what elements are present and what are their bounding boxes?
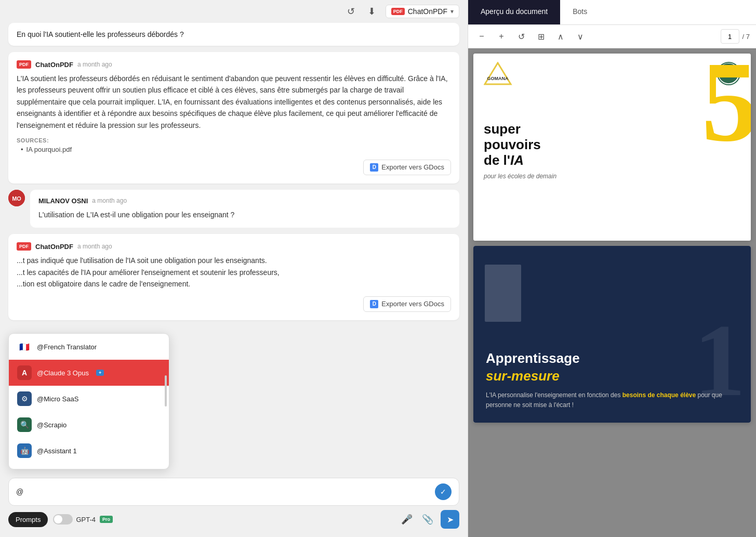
claude-label: @Claude 3 Opus	[37, 369, 89, 377]
pro-badge: Pro	[100, 516, 113, 523]
user-avatar-milanov: MO	[8, 190, 25, 206]
bot-message-1: PDF ChatOnPDF a month ago L'IA soutient …	[8, 52, 459, 184]
bot-avatar-pdf: PDF	[17, 60, 31, 69]
tab-bots[interactable]: Bots	[560, 0, 600, 24]
french-translator-label: @French Translator	[37, 343, 97, 351]
user-message-1: En quoi l'IA soutient-elle les professeu…	[8, 23, 459, 46]
doc-page-1: GOMANA AREZA 5	[473, 54, 751, 241]
bot-avatar-pdf-2: PDF	[17, 242, 31, 251]
export-gdocs-button-1[interactable]: D Exporter vers GDocs	[363, 160, 451, 175]
expand-icon[interactable]: ⊞	[534, 29, 548, 44]
footer-toolbar: Prompts GPT-4 Pro 🎤 📎 ➤	[8, 510, 459, 529]
bot-sender-name: ChatOnPDF	[35, 61, 73, 69]
doc-tabs: Aperçu du document Bots	[468, 0, 756, 25]
input-box: ✓	[8, 478, 459, 506]
user-message-2: MILANOV OSNI a month ago L'utilisation d…	[30, 190, 459, 228]
cover-title: super pouvoirs de l'IA	[484, 122, 740, 168]
assistant1-label: @Assistant 1	[37, 447, 77, 455]
gpt-toggle-switch: GPT-4 Pro	[53, 514, 113, 525]
cover-subtitle: pour les écoles de demain	[484, 173, 740, 180]
gpt-label: GPT-4	[76, 516, 96, 523]
gdocs-icon-2: D	[370, 300, 378, 308]
cover2-desc: L'IA personnalise l'enseignement en fonc…	[486, 390, 738, 410]
white-rect	[485, 265, 521, 322]
send-button[interactable]: ➤	[441, 510, 459, 529]
user-sender-name: MILANOV OSNI	[38, 197, 88, 205]
highlight-text: besoins de chaque élève	[622, 391, 696, 399]
attach-button[interactable]: 📎	[420, 512, 435, 527]
download-icon[interactable]: ⬇	[365, 4, 379, 19]
message-input[interactable]	[16, 488, 431, 496]
page-total: / 7	[742, 33, 750, 41]
page-input[interactable]	[721, 29, 739, 44]
chat-title: ChatOnPDF	[408, 7, 447, 16]
bot-sender-name-2: ChatOnPDF	[35, 243, 73, 251]
micro-saas-label: @Micro SaaS	[37, 395, 78, 403]
input-area: ✓ Prompts GPT-4 Pro 🎤 📎 ➤	[0, 473, 468, 537]
bot-message-2: PDF ChatOnPDF a month ago ...t pas indiq…	[8, 234, 459, 320]
toggle-knob	[54, 515, 62, 523]
gdocs-icon: D	[370, 163, 378, 172]
gpt-toggle[interactable]	[53, 514, 73, 525]
export-label-2: Exporter vers GDocs	[381, 300, 444, 308]
dropdown-item-french-translator[interactable]: 🇫🇷 @French Translator	[9, 334, 169, 360]
sources-label: SOURCES:	[17, 137, 451, 143]
ia-text: IA	[510, 152, 524, 168]
dropdown-list: 🇫🇷 @French Translator A @Claude 3 Opus +…	[9, 334, 169, 469]
doc-toolbar: − + ↺ ⊞ ∧ ∨ / 7	[468, 25, 756, 48]
export-label-1: Exporter vers GDocs	[381, 163, 444, 171]
zoom-in-icon[interactable]: +	[494, 29, 509, 44]
user-message-2-row: MO MILANOV OSNI a month ago L'utilisatio…	[8, 190, 459, 228]
dropdown-item-claude[interactable]: A @Claude 3 Opus +	[9, 360, 169, 386]
prev-page-icon[interactable]: ∧	[553, 29, 568, 44]
gomana-logo: GOMANA	[484, 62, 512, 85]
user-timestamp-2: a month ago	[92, 197, 127, 204]
cover2-title: Apprentissage sur-mesure	[486, 350, 738, 385]
mention-dropdown: 🇫🇷 @French Translator A @Claude 3 Opus +…	[8, 333, 169, 469]
next-page-icon[interactable]: ∨	[573, 29, 588, 44]
doc-page-2: 1 Apprentissage sur-mesure L'IA personna…	[473, 246, 751, 423]
assistant1-icon: 🤖	[17, 443, 32, 458]
chat-title-badge[interactable]: PDF ChatOnPDF ▾	[386, 5, 459, 18]
cover-text-block: super pouvoirs de l'IA pour les écoles d…	[484, 122, 740, 180]
dropdown-item-micro-saas[interactable]: ⚙ @Micro SaaS	[9, 386, 169, 412]
user-message-2-header: MILANOV OSNI a month ago	[38, 197, 451, 205]
send-confirm-button[interactable]: ✓	[435, 483, 452, 500]
scrapio-icon: 🔍	[17, 417, 32, 432]
french-translator-icon: 🇫🇷	[17, 339, 32, 354]
zoom-out-icon[interactable]: −	[474, 29, 489, 44]
chat-header: ↺ ⬇ PDF ChatOnPDF ▾	[0, 0, 468, 23]
refresh-icon[interactable]: ↺	[344, 4, 359, 19]
bot-message-1-body: L'IA soutient les professeurs débordés e…	[17, 73, 451, 131]
dropdown-item-scrapio[interactable]: 🔍 @Scrapio	[9, 412, 169, 438]
dropdown-item-assistant1[interactable]: 🤖 @Assistant 1	[9, 438, 169, 464]
svg-text:MO: MO	[12, 195, 21, 202]
svg-text:GOMANA: GOMANA	[487, 76, 509, 81]
page-navigation: / 7	[721, 29, 750, 44]
user-question-2-text: L'utilisation de L'IA est-il une obligat…	[38, 209, 451, 220]
micro-saas-icon: ⚙	[17, 391, 32, 406]
source-item: IA pourquoi.pdf	[21, 146, 451, 153]
scrapio-label: @Scrapio	[37, 421, 67, 429]
export-gdocs-button-2[interactable]: D Exporter vers GDocs	[363, 296, 451, 312]
claude-badge: +	[96, 370, 104, 376]
bot-message-2-body: ...t pas indiqué que l'utilisation de l'…	[17, 255, 451, 290]
chevron-down-icon: ▾	[450, 8, 454, 15]
bot-timestamp-2: a month ago	[77, 243, 112, 250]
rotate-icon[interactable]: ↺	[514, 29, 528, 44]
bot-message-2-header: PDF ChatOnPDF a month ago	[17, 242, 451, 251]
cover2-italic: sur-mesure	[486, 368, 738, 385]
dropdown-scrollbar-thumb	[165, 375, 167, 407]
prompts-button[interactable]: Prompts	[8, 512, 48, 527]
cover2-text: Apprentissage sur-mesure L'IA personnali…	[486, 350, 738, 410]
user-question-text: En quoi l'IA soutient-elle les professeu…	[17, 30, 184, 38]
bot-timestamp: a month ago	[77, 61, 112, 68]
bot-message-1-header: PDF ChatOnPDF a month ago	[17, 60, 451, 69]
claude-icon: A	[17, 365, 32, 380]
tab-apercu[interactable]: Aperçu du document	[468, 0, 560, 24]
dropdown-item-stable-diffusion[interactable]: 🎨 @Stable Diffusion	[9, 464, 169, 469]
doc-preview: GOMANA AREZA 5	[468, 48, 756, 537]
chat-panel: ↺ ⬇ PDF ChatOnPDF ▾ En quoi l'IA soutien…	[0, 0, 468, 537]
mic-button[interactable]: 🎤	[399, 512, 415, 527]
pdf-icon: PDF	[391, 8, 405, 15]
